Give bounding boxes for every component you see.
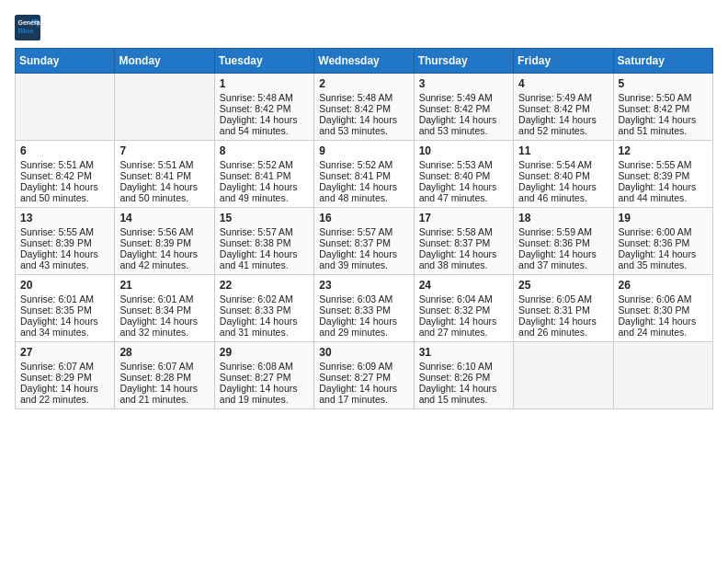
logo: General Blue <box>15 15 40 40</box>
calendar-cell: 4Sunrise: 5:49 AMSunset: 8:42 PMDaylight… <box>514 74 613 141</box>
calendar-cell: 18Sunrise: 5:59 AMSunset: 8:36 PMDayligh… <box>514 208 613 275</box>
day-number: 17 <box>419 212 508 224</box>
day-info: Sunset: 8:26 PM <box>419 372 508 383</box>
day-info: and 52 minutes. <box>518 125 608 136</box>
calendar-cell: 24Sunrise: 6:04 AMSunset: 8:32 PMDayligh… <box>414 275 513 342</box>
day-number: 26 <box>619 279 708 292</box>
day-info: Sunrise: 5:58 AM <box>419 226 508 237</box>
day-info: Daylight: 14 hours <box>319 383 408 394</box>
day-info: Sunrise: 5:59 AM <box>518 226 608 237</box>
day-number: 3 <box>419 77 508 90</box>
calendar-cell: 3Sunrise: 5:49 AMSunset: 8:42 PMDaylight… <box>414 74 513 141</box>
day-info: Sunrise: 5:52 AM <box>220 159 309 170</box>
day-info: Sunrise: 5:48 AM <box>220 92 309 103</box>
day-info: Sunrise: 5:56 AM <box>119 226 209 237</box>
day-info: Sunrise: 6:00 AM <box>619 226 708 237</box>
day-info: Daylight: 14 hours <box>419 248 508 259</box>
calendar-week-row: 13Sunrise: 5:55 AMSunset: 8:39 PMDayligh… <box>16 208 713 275</box>
calendar-cell: 14Sunrise: 5:56 AMSunset: 8:39 PMDayligh… <box>115 208 214 275</box>
day-info: Sunset: 8:41 PM <box>319 170 408 181</box>
day-info: Daylight: 14 hours <box>518 248 608 259</box>
day-info: Daylight: 14 hours <box>319 114 408 125</box>
day-number: 13 <box>20 212 109 224</box>
day-info: Sunset: 8:36 PM <box>518 237 608 248</box>
day-info: Sunrise: 5:49 AM <box>518 92 608 103</box>
calendar-cell: 13Sunrise: 5:55 AMSunset: 8:39 PMDayligh… <box>16 208 115 275</box>
day-info: and 17 minutes. <box>319 394 408 405</box>
day-number: 28 <box>119 346 209 359</box>
calendar-cell: 17Sunrise: 5:58 AMSunset: 8:37 PMDayligh… <box>414 208 513 275</box>
calendar-cell: 15Sunrise: 5:57 AMSunset: 8:38 PMDayligh… <box>214 208 313 275</box>
day-info: Sunset: 8:27 PM <box>220 372 309 383</box>
day-info: Daylight: 14 hours <box>119 248 209 259</box>
day-of-week-header: Wednesday <box>314 49 414 74</box>
day-info: Sunset: 8:27 PM <box>319 372 408 383</box>
day-number: 19 <box>619 212 708 224</box>
day-info: and 41 minutes. <box>220 259 309 270</box>
day-number: 29 <box>220 346 309 359</box>
day-number: 24 <box>419 279 508 292</box>
day-info: Sunrise: 6:05 AM <box>518 293 608 304</box>
day-number: 27 <box>20 346 109 359</box>
day-number: 23 <box>319 279 408 292</box>
day-info: and 43 minutes. <box>20 259 109 270</box>
day-info: and 42 minutes. <box>119 259 209 270</box>
day-info: Sunset: 8:39 PM <box>619 170 708 181</box>
calendar-cell: 6Sunrise: 5:51 AMSunset: 8:42 PMDaylight… <box>16 141 115 208</box>
day-of-week-header: Saturday <box>613 49 712 74</box>
day-info: Sunrise: 6:10 AM <box>419 361 508 372</box>
day-info: Sunrise: 5:50 AM <box>619 92 708 103</box>
calendar-week-row: 27Sunrise: 6:07 AMSunset: 8:29 PMDayligh… <box>16 342 713 409</box>
day-info: Sunrise: 5:53 AM <box>419 159 508 170</box>
calendar-cell: 29Sunrise: 6:08 AMSunset: 8:27 PMDayligh… <box>214 342 313 409</box>
calendar-cell <box>16 74 115 141</box>
day-info: Daylight: 14 hours <box>220 181 309 192</box>
day-info: Sunrise: 6:02 AM <box>220 293 309 304</box>
calendar-header-row: SundayMondayTuesdayWednesdayThursdayFrid… <box>16 49 713 74</box>
day-info: and 22 minutes. <box>20 394 109 405</box>
calendar-week-row: 20Sunrise: 6:01 AMSunset: 8:35 PMDayligh… <box>16 275 713 342</box>
calendar-week-row: 6Sunrise: 5:51 AMSunset: 8:42 PMDaylight… <box>16 141 713 208</box>
day-info: and 46 minutes. <box>518 192 608 203</box>
day-info: and 53 minutes. <box>419 125 508 136</box>
day-info: Sunset: 8:42 PM <box>319 103 408 114</box>
day-info: Sunrise: 6:03 AM <box>319 293 408 304</box>
calendar-cell: 7Sunrise: 5:51 AMSunset: 8:41 PMDaylight… <box>115 141 214 208</box>
svg-text:Blue: Blue <box>18 27 35 35</box>
day-info: Daylight: 14 hours <box>518 114 608 125</box>
day-number: 11 <box>518 144 608 157</box>
day-info: Daylight: 14 hours <box>119 316 209 327</box>
day-info: Daylight: 14 hours <box>319 248 408 259</box>
calendar-cell: 20Sunrise: 6:01 AMSunset: 8:35 PMDayligh… <box>16 275 115 342</box>
day-info: Sunset: 8:30 PM <box>619 304 708 316</box>
day-number: 4 <box>518 77 608 90</box>
day-info: Sunset: 8:33 PM <box>319 304 408 316</box>
calendar-cell: 8Sunrise: 5:52 AMSunset: 8:41 PMDaylight… <box>214 141 313 208</box>
day-info: Sunrise: 5:52 AM <box>319 159 408 170</box>
day-info: Daylight: 14 hours <box>20 248 109 259</box>
day-number: 2 <box>319 77 408 90</box>
day-number: 16 <box>319 212 408 224</box>
day-info: Sunset: 8:32 PM <box>419 304 508 316</box>
day-info: Sunset: 8:31 PM <box>518 304 608 316</box>
day-info: and 44 minutes. <box>619 192 708 203</box>
day-info: Daylight: 14 hours <box>119 181 209 192</box>
day-number: 31 <box>419 346 508 359</box>
day-info: Daylight: 14 hours <box>20 316 109 327</box>
day-info: Sunset: 8:33 PM <box>220 304 309 316</box>
day-info: Daylight: 14 hours <box>619 181 708 192</box>
day-info: Sunrise: 5:57 AM <box>319 226 408 237</box>
day-info: and 34 minutes. <box>20 327 109 338</box>
calendar-cell <box>613 342 712 409</box>
day-info: Sunrise: 5:49 AM <box>419 92 508 103</box>
day-number: 18 <box>518 212 608 224</box>
day-info: Sunrise: 6:01 AM <box>119 293 209 304</box>
calendar-cell: 2Sunrise: 5:48 AMSunset: 8:42 PMDaylight… <box>314 74 414 141</box>
day-number: 1 <box>220 77 309 90</box>
day-info: and 15 minutes. <box>419 394 508 405</box>
day-info: Sunrise: 5:51 AM <box>20 159 109 170</box>
day-info: and 39 minutes. <box>319 259 408 270</box>
day-info: Sunset: 8:37 PM <box>419 237 508 248</box>
day-of-week-header: Friday <box>514 49 613 74</box>
day-info: and 31 minutes. <box>220 327 309 338</box>
